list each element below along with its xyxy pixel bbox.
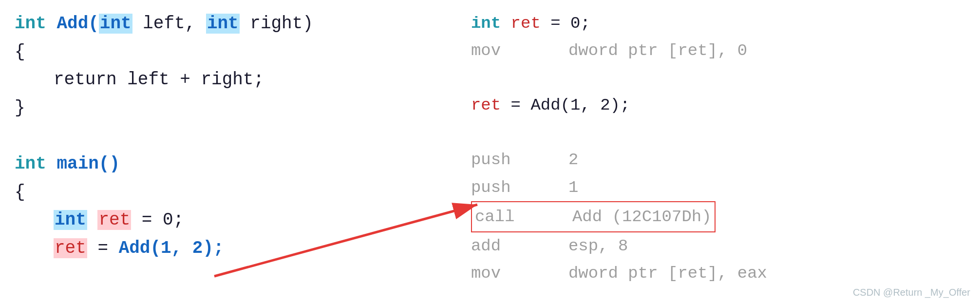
asm-mnemonic-mov1: mov (471, 37, 529, 64)
code-line-int-ret: int ret = 0; (15, 206, 461, 234)
right-c-ret: int ret = 0; (471, 10, 965, 37)
func-main: main() (57, 154, 120, 174)
return-stmt: return left + right; (54, 70, 264, 90)
kw-int-right: int (206, 14, 240, 34)
right-var-ret: ret (511, 14, 541, 33)
right-add-call: = Add(1, 2); (501, 96, 630, 114)
main-container: int Add(int left, int right) { return le… (0, 0, 980, 304)
code-line-func-sig: int Add(int left, int right) (15, 10, 461, 38)
asm-mnemonic-add: add (471, 232, 529, 260)
asm-mov-ret-eax: mov dword ptr [ret], eax (471, 260, 965, 287)
asm-call-row: call Add (12C107Dh) (471, 201, 965, 232)
main-brace-open: { (15, 182, 25, 202)
right-ret-call: ret (471, 96, 501, 114)
brace-open: { (15, 42, 25, 62)
asm-operand-mov2: dword ptr [ret], eax (568, 260, 767, 287)
left-panel: int Add(int left, int right) { return le… (15, 10, 471, 294)
asm-mnemonic-mov2: mov (471, 260, 529, 287)
space-ret (87, 210, 98, 230)
asm-push-2: push 2 (471, 146, 965, 173)
right-blank-1 (471, 64, 965, 92)
asm-operand-push1: 1 (568, 174, 578, 201)
asm-mov-ret-0: mov dword ptr [ret], 0 (471, 37, 965, 64)
ret-assign: = 0; (131, 210, 184, 230)
code-line-ret-add: ret = Add(1, 2); (15, 234, 461, 263)
code-line-open-brace-add: { (15, 38, 461, 66)
var-ret-2: ret (54, 238, 87, 258)
asm-push-1: push 1 (471, 174, 965, 201)
kw-int-left: int (99, 14, 132, 34)
kw-int-add: int (15, 14, 57, 34)
code-line-return: return left + right; (15, 66, 461, 94)
param-left: left, (132, 14, 206, 34)
code-line-open-brace-main: { (15, 178, 461, 207)
asm-operand-push2: 2 (568, 146, 578, 173)
asm-operand-add: esp, 8 (568, 232, 628, 260)
right-ret-val: = 0; (541, 14, 590, 33)
asm-add-esp: add esp, 8 (471, 232, 965, 260)
right-kw-int: int (471, 14, 511, 33)
func-add: Add( (57, 14, 98, 34)
blank-line-1 (15, 122, 461, 150)
code-line-close-brace-add: } (15, 94, 461, 122)
right-blank-2 (471, 119, 965, 146)
kw-int-ret: int (54, 210, 87, 230)
right-panel: int ret = 0; mov dword ptr [ret], 0 ret … (471, 10, 965, 294)
kw-int-main: int (15, 154, 57, 174)
asm-mnemonic-call: call (475, 203, 533, 230)
brace-close: } (15, 98, 25, 118)
asm-mnemonic-push2: push (471, 146, 529, 173)
var-ret-1: ret (97, 210, 131, 230)
call-add: Add(1, 2); (119, 238, 224, 258)
asm-operand-call: Add (12C107Dh) (572, 203, 712, 230)
asm-operand-mov1: dword ptr [ret], 0 (568, 37, 747, 64)
code-line-main-sig: int main() (15, 150, 461, 178)
eq-space: = (87, 238, 119, 258)
right-c-add: ret = Add(1, 2); (471, 92, 965, 119)
call-box: call Add (12C107Dh) (471, 201, 716, 232)
param-right: right) (240, 14, 313, 34)
asm-mnemonic-push1: push (471, 174, 529, 201)
watermark: CSDN @Return _My_Offer (853, 287, 970, 298)
